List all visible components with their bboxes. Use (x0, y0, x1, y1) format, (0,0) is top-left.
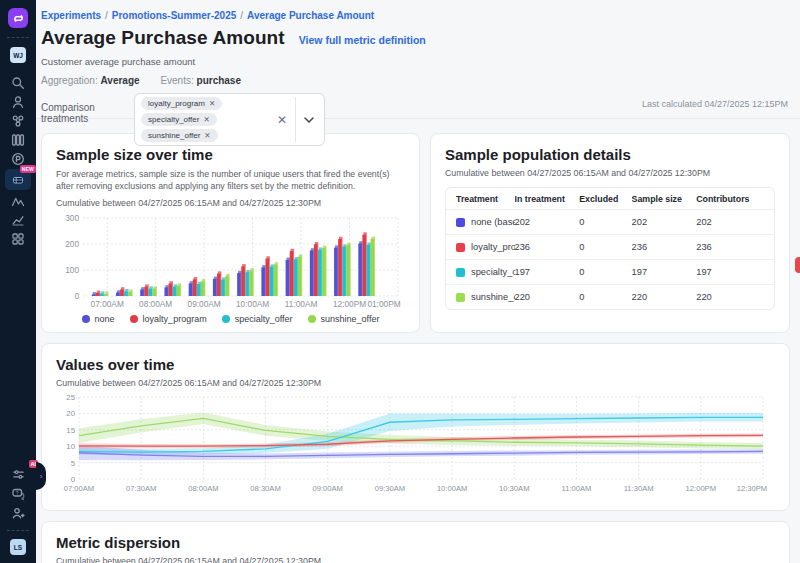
chip-loyalty-program[interactable]: loyalty_program ✕ (141, 97, 222, 110)
clear-all-icon[interactable]: ✕ (277, 113, 287, 127)
aggregation-row: Aggregation: Average Events: purchase (41, 75, 790, 86)
svg-text:07:00AM: 07:00AM (64, 484, 94, 493)
legend-item-none[interactable]: none (82, 314, 115, 324)
svg-text:01:00PM: 01:00PM (367, 299, 400, 309)
svg-text:09:00AM: 09:00AM (188, 299, 221, 309)
feature-gates-icon[interactable] (4, 111, 32, 130)
svg-text:11:00AM: 11:00AM (562, 484, 592, 493)
legend-dot (222, 315, 230, 323)
svg-text:100: 100 (65, 265, 79, 275)
chip-sunshine-offer[interactable]: sunshine_offer ✕ (141, 129, 218, 142)
sample-size-card: Sample size over time For average metric… (41, 133, 420, 333)
users-icon[interactable] (4, 92, 32, 111)
svg-text:09:30AM: 09:30AM (375, 484, 405, 493)
svg-text:12:00PM: 12:00PM (333, 299, 366, 309)
svg-text:12:00PM: 12:00PM (686, 484, 716, 493)
sample-size-bar-chart: 010020030007:00AM08:00AM09:00AM10:00AM11… (56, 211, 405, 314)
breadcrumb-metric-name[interactable]: Average Purchase Amount (247, 10, 374, 21)
chevron-down-icon[interactable] (304, 117, 314, 123)
sidebar-divider-bottom (7, 530, 29, 531)
svg-text:5: 5 (71, 459, 76, 468)
sidebar-item-experiments-selected[interactable]: NEW (5, 169, 31, 190)
sample-population-card: Sample population details Cumulative bet… (430, 133, 790, 333)
chart-legend: noneloyalty_programspecialty_offersunshi… (56, 314, 405, 324)
content-area: Sample size over time For average metric… (36, 119, 800, 563)
legend-item-loyalty_program[interactable]: loyalty_program (130, 314, 207, 324)
user-avatar[interactable]: LS (10, 539, 26, 555)
app-logo-icon[interactable] (8, 8, 28, 28)
legend-item-specialty_offer[interactable]: specialty_offer (222, 314, 293, 324)
svg-text:200: 200 (65, 239, 79, 249)
card-title: Sample population details (445, 146, 775, 163)
svg-text:08:00AM: 08:00AM (139, 299, 172, 309)
card-title: Metric dispersion (56, 534, 775, 551)
svg-text:08:00AM: 08:00AM (188, 484, 218, 493)
select-divider (295, 97, 296, 142)
ai-assistant-icon[interactable]: AI (4, 465, 32, 484)
table-row: loyalty_program 236 0 236 236 (446, 234, 774, 259)
main-content: Experiments/Promotions-Summer-2025/Avera… (36, 0, 800, 563)
svg-text:12:30PM: 12:30PM (737, 484, 767, 493)
breadcrumb-separator: / (105, 10, 108, 21)
svg-text:0: 0 (74, 291, 79, 301)
help-chat-icon[interactable]: ? (4, 484, 32, 503)
treatment-swatch (456, 243, 465, 252)
table-row: sunshine_offer 220 0 220 220 (446, 284, 774, 309)
legend-dot (308, 315, 316, 323)
dashboard-grid-icon[interactable] (4, 229, 32, 248)
svg-text:20: 20 (66, 409, 75, 418)
svg-text:10:00AM: 10:00AM (437, 484, 467, 493)
remove-chip-icon[interactable]: ✕ (203, 115, 209, 124)
card-range: Cumulative between 04/27/2025 06:15AM an… (56, 198, 405, 208)
metric-description: Customer average purchase amount (41, 56, 790, 67)
svg-text:11:00AM: 11:00AM (285, 299, 318, 309)
breadcrumb-separator: / (240, 10, 243, 21)
svg-text:08:30AM: 08:30AM (250, 484, 280, 493)
svg-text:15: 15 (66, 426, 75, 435)
feedback-tab[interactable] (795, 257, 800, 273)
svg-text:10:00AM: 10:00AM (236, 299, 269, 309)
breadcrumb-experiments[interactable]: Experiments (41, 10, 101, 21)
svg-text:0: 0 (71, 475, 76, 484)
treatments-multiselect[interactable]: loyalty_program ✕ specialty_offer ✕ suns… (134, 93, 325, 146)
remove-chip-icon[interactable]: ✕ (204, 131, 210, 140)
analytics-chart-icon[interactable] (4, 210, 32, 229)
events-label: Events: (160, 75, 193, 86)
svg-text:07:00AM: 07:00AM (91, 299, 124, 309)
table-header-row: Treatment In treatment Excluded Sample s… (446, 188, 774, 209)
page-header: Experiments/Promotions-Summer-2025/Avera… (36, 0, 800, 119)
svg-text:10:30AM: 10:30AM (499, 484, 529, 493)
sidebar-divider (7, 37, 29, 38)
table-row: specialty_offer 197 0 197 197 (446, 259, 774, 284)
svg-text:09:00AM: 09:00AM (313, 484, 343, 493)
card-range: Cumulative between 04/27/2025 06:15AM an… (56, 378, 775, 388)
treatment-swatch (456, 268, 465, 277)
last-calculated: Last calculated 04/27/2025 12:15PM (642, 99, 788, 109)
treatment-swatch (456, 293, 465, 302)
columns-icon[interactable] (4, 130, 32, 149)
chip-specialty-offer[interactable]: specialty_offer ✕ (141, 113, 217, 126)
view-metric-definition-link[interactable]: View full metric definition (299, 34, 426, 46)
card-title: Sample size over time (56, 146, 405, 163)
aggregation-value: Average (101, 75, 140, 86)
events-value: purchase (197, 75, 241, 86)
invite-user-icon[interactable] (4, 503, 32, 522)
metrics-icon[interactable] (4, 191, 32, 210)
search-icon[interactable] (4, 73, 32, 92)
sidebar: WJ NEW AI ? LS (0, 0, 36, 563)
treatment-swatch (456, 218, 465, 227)
svg-text:300: 300 (65, 213, 79, 223)
page-title: Average Purchase Amount (41, 27, 285, 49)
workspace-avatar[interactable]: WJ (10, 47, 26, 63)
breadcrumb: Experiments/Promotions-Summer-2025/Avera… (41, 10, 790, 21)
table-row: none (baseline) 202 0 202 202 (446, 209, 774, 234)
legend-item-sunshine_offer[interactable]: sunshine_offer (308, 314, 380, 324)
breadcrumb-experiment-name[interactable]: Promotions-Summer-2025 (112, 10, 236, 21)
svg-text:11:30AM: 11:30AM (624, 484, 654, 493)
card-title: Values over time (56, 356, 775, 373)
svg-text:07:30AM: 07:30AM (126, 484, 156, 493)
metric-dispersion-card: Metric dispersion Cumulative between 04/… (41, 521, 790, 563)
values-over-time-card: Values over time Cumulative between 04/2… (41, 343, 790, 511)
remove-chip-icon[interactable]: ✕ (209, 99, 215, 108)
legend-dot (82, 315, 90, 323)
